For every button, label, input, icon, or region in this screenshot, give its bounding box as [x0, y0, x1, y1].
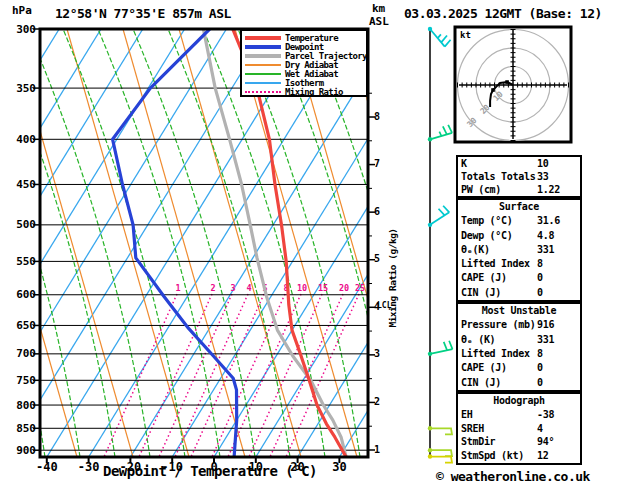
table-row: CIN (J)0 — [461, 286, 577, 300]
altitude-axis-unit-asl: ASL — [369, 15, 389, 28]
wind-barb — [428, 206, 449, 227]
table-row-label: K — [461, 157, 467, 170]
pressure-tick-label: 350 — [8, 82, 36, 95]
table-row: CAPE (J)0 — [461, 361, 577, 375]
legend-line-sample — [245, 82, 281, 84]
table-header: Surface — [461, 200, 577, 214]
wind-barb — [428, 125, 452, 142]
wind-barb — [428, 341, 453, 356]
mixing-ratio-label: 1 — [175, 283, 180, 293]
temp-tick-label: 0 — [194, 460, 234, 474]
legend-line-sample — [245, 45, 281, 49]
temp-tick-label: 30 — [319, 460, 359, 474]
temp-tick-label: -40 — [27, 460, 67, 474]
table-row: Totals Totals33 — [461, 170, 577, 183]
km-tick-label: 5 — [374, 253, 380, 264]
table-row-label: θₑ (K) — [461, 333, 495, 347]
table-row-value: -38 — [537, 408, 577, 422]
legend-line-sample — [245, 91, 281, 93]
pressure-axis-unit: hPa — [12, 4, 32, 17]
table-row: Pressure (mb)916 — [461, 318, 577, 332]
legend-item-mixing-ratio: Mixing Ratio — [245, 88, 366, 97]
table-row-label: StmSpd (kt) — [461, 449, 524, 463]
skewt-sounding-app: 12345810152025102030 hPa 12°58'N 77°35'E… — [0, 0, 629, 486]
pressure-tick-label: 400 — [8, 133, 36, 146]
table-row-label: CIN (J) — [461, 286, 501, 300]
stats-table-most-unstable: Most UnstablePressure (mb)916θₑ (K)331Li… — [456, 302, 582, 392]
hodograph-unit-label: kt — [460, 30, 471, 40]
pressure-tick-label: 750 — [8, 374, 36, 387]
table-row-value: 1.22 — [537, 183, 577, 196]
table-row-label: Dewp (°C) — [461, 229, 513, 243]
table-row-label: CAPE (J) — [461, 361, 507, 375]
mixing-ratio-line — [191, 294, 264, 457]
pressure-tick-label: 450 — [8, 178, 36, 191]
table-row-label: θₑ(K) — [461, 243, 490, 257]
table-row-value: 331 — [537, 333, 577, 347]
table-row-value: 0 — [537, 286, 577, 300]
km-tick-label: 1 — [374, 444, 380, 455]
table-row-value: 8 — [537, 257, 577, 271]
table-row-value: 916 — [537, 318, 577, 332]
legend-line-sample — [245, 64, 281, 66]
watermark: © weatheronline.co.uk — [436, 469, 590, 484]
table-row: PW (cm)1.22 — [461, 183, 577, 196]
pressure-tick-label: 850 — [8, 422, 36, 435]
legend-item-label: Mixing Ratio — [285, 87, 343, 97]
table-row-value: 31.6 — [537, 214, 577, 228]
station-title: 12°58'N 77°35'E 857m ASL — [55, 6, 231, 21]
table-row: CAPE (J)0 — [461, 271, 577, 285]
table-row-value: 0 — [537, 271, 577, 285]
altitude-axis-unit-km: km — [372, 2, 385, 15]
mixing-ratio-label: 3 — [230, 283, 235, 293]
mixing-ratio-label: 10 — [297, 283, 307, 293]
table-row-value: 33 — [537, 170, 577, 183]
pressure-tick-label: 300 — [8, 23, 36, 36]
legend-line-sample — [245, 73, 281, 75]
pressure-tick-label: 550 — [8, 255, 36, 268]
table-row-label: SREH — [461, 422, 484, 436]
hodograph: 102030 — [455, 27, 571, 142]
wind-barb — [428, 426, 452, 434]
legend: TemperatureDewpointParcel TrajectoryDry … — [240, 29, 368, 97]
stats-table-indices: K10Totals Totals33PW (cm)1.22 — [456, 155, 582, 198]
pressure-tick-label: 900 — [8, 444, 36, 457]
table-row-label: CIN (J) — [461, 376, 501, 390]
table-row: StmSpd (kt)12 — [461, 449, 577, 463]
km-tick-label: 7 — [374, 158, 380, 169]
km-tick-label: 6 — [374, 206, 380, 217]
km-tick-label: 3 — [374, 348, 380, 359]
table-row: CIN (J)0 — [461, 376, 577, 390]
mixing-ratio-label: 2 — [210, 283, 215, 293]
km-tick-label: 2 — [374, 396, 380, 407]
mixing-ratio-line — [159, 294, 232, 457]
table-row-value: 94° — [537, 435, 577, 449]
wind-barb — [428, 27, 451, 47]
table-row: EH-38 — [461, 408, 577, 422]
table-row-value: 0 — [537, 361, 577, 375]
temp-tick-label: 10 — [236, 460, 276, 474]
mixing-ratio-axis-title: Mixing Ratio (g/kg) — [387, 228, 398, 327]
mixing-ratio-label: 20 — [339, 283, 349, 293]
table-header: Hodograph — [461, 394, 577, 408]
table-row: SREH4 — [461, 422, 577, 436]
table-row: StmDir94° — [461, 435, 577, 449]
table-row-label: Lifted Index — [461, 347, 530, 361]
table-row-label: Lifted Index — [461, 257, 530, 271]
stats-table-surface: SurfaceTemp (°C)31.6Dewp (°C)4.8θₑ(K)331… — [456, 198, 582, 302]
stats-table-hodograph: HodographEH-38SREH4StmDir94°StmSpd (kt)1… — [456, 392, 582, 465]
temp-tick-label: -20 — [110, 460, 150, 474]
mixing-ratio-label: 25 — [355, 283, 365, 293]
table-row: θₑ(K)331 — [461, 243, 577, 257]
temp-tick-label: -10 — [152, 460, 192, 474]
table-row-label: EH — [461, 408, 472, 422]
pressure-tick-label: 800 — [8, 399, 36, 412]
km-tick-label: 8 — [374, 111, 380, 122]
mixing-ratio-label: 15 — [318, 283, 328, 293]
table-row-label: Pressure (mb) — [461, 318, 535, 332]
temp-tick-label: 20 — [278, 460, 318, 474]
mixing-ratio-label: 4 — [246, 283, 251, 293]
run-date-title: 03.03.2025 12GMT (Base: 12) — [404, 6, 602, 21]
table-row-label: PW (cm) — [461, 183, 501, 196]
dry-adiabat-line — [123, 29, 245, 457]
